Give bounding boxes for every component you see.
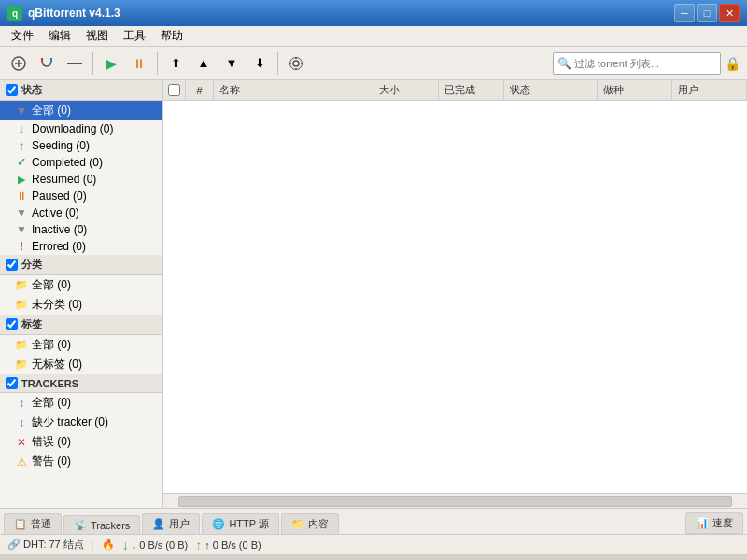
sidebar-item-seeding[interactable]: ↑ Seeding (0) xyxy=(0,137,162,154)
close-button[interactable]: ✕ xyxy=(719,4,740,22)
filter-errored-icon: ! xyxy=(15,240,28,253)
sidebar-item-errored-label: Errored (0) xyxy=(32,240,86,253)
menubar: 文件 编辑 视图 工具 帮助 xyxy=(0,26,747,47)
statusbar: 🔗 DHT: 77 结点 | 🔥 ↓ ↓ 0 B/s (0 B) ↑ ↑ 0 B… xyxy=(0,534,747,554)
window-controls: ─ □ ✕ xyxy=(674,4,740,22)
remove-icon: — xyxy=(67,56,82,71)
sidebar-item-all[interactable]: ▼ 全部 (0) xyxy=(0,101,162,120)
filter-all-icon: ▼ xyxy=(15,105,28,118)
status-section-header: 状态 xyxy=(0,80,162,101)
trackers-section-checkbox[interactable] xyxy=(6,377,18,389)
sidebar-item-tracker-few-label: 缺少 tracker (0) xyxy=(32,414,108,430)
sidebar-item-active[interactable]: ▼ Active (0) xyxy=(0,204,162,221)
add-torrent-button[interactable] xyxy=(6,50,32,77)
col-size-label: 大小 xyxy=(379,83,400,97)
menu-file[interactable]: 文件 xyxy=(4,26,41,46)
tab-trackers[interactable]: 📡 Trackers xyxy=(63,515,140,534)
sidebar-item-paused-label: Paused (0) xyxy=(32,189,87,203)
sidebar-item-tag-none[interactable]: 📁 无标签 (0) xyxy=(0,355,162,374)
cat-none-icon: 📁 xyxy=(15,299,28,312)
bottom-tabs: 📋 普通 📡 Trackers 👤 用户 🌐 HTTP 源 📁 内容 📊 速度 xyxy=(0,508,747,534)
hscrollbar[interactable] xyxy=(178,496,732,507)
category-section-checkbox[interactable] xyxy=(6,259,18,271)
col-header-status[interactable]: 状态 xyxy=(504,80,598,100)
maximize-button[interactable]: □ xyxy=(697,4,717,22)
sidebar-item-tracker-warn[interactable]: ⚠ 警告 (0) xyxy=(0,452,162,471)
tab-content[interactable]: 📁 内容 xyxy=(281,513,339,534)
sidebar-item-completed-label: Completed (0) xyxy=(32,156,103,169)
status-section-checkbox[interactable] xyxy=(6,84,18,96)
remove-button[interactable]: — xyxy=(62,50,88,77)
tab-general[interactable]: 📋 普通 xyxy=(4,513,62,534)
flame-status: 🔥 xyxy=(102,539,115,551)
toolbar-separator-2 xyxy=(157,52,158,75)
move-up-button[interactable]: ▲ xyxy=(190,50,217,77)
svg-point-6 xyxy=(290,57,303,69)
resume-button[interactable]: ▶ xyxy=(98,50,124,77)
search-input[interactable] xyxy=(574,58,714,69)
sidebar-item-paused[interactable]: ⏸ Paused (0) xyxy=(0,188,162,204)
settings-button[interactable] xyxy=(283,50,309,77)
lock-icon: 🔒 xyxy=(723,52,741,75)
select-all-checkbox[interactable] xyxy=(168,84,180,96)
tags-section-header: 标签 xyxy=(0,315,162,335)
col-header-user[interactable]: 用户 xyxy=(672,80,747,100)
download-text: ↓ 0 B/s (0 B) xyxy=(132,539,189,551)
menu-view[interactable]: 视图 xyxy=(78,26,116,46)
toolbar-separator-3 xyxy=(277,52,278,75)
col-header-size[interactable]: 大小 xyxy=(374,80,439,100)
magnet-icon xyxy=(39,56,54,71)
col-user-label: 用户 xyxy=(678,83,698,97)
status-section-label: 状态 xyxy=(21,83,42,97)
sidebar-item-tracker-warn-label: 警告 (0) xyxy=(32,454,71,469)
sidebar-item-tracker-error[interactable]: ✕ 错误 (0) xyxy=(0,432,162,452)
tab-http-icon: 🌐 xyxy=(212,518,225,530)
col-header-name[interactable]: 名称 xyxy=(214,80,374,100)
col-header-seeds[interactable]: 做种 xyxy=(598,80,672,100)
cat-all-icon: 📁 xyxy=(15,279,28,292)
tab-peers[interactable]: 👤 用户 xyxy=(142,513,200,534)
move-bottom-icon: ⬇ xyxy=(255,56,265,70)
sidebar-item-resumed-label: Resumed (0) xyxy=(32,173,96,186)
sidebar-item-tag-all[interactable]: 📁 全部 (0) xyxy=(0,335,162,355)
tab-trackers-label: Trackers xyxy=(91,520,130,531)
menu-help[interactable]: 帮助 xyxy=(153,26,190,46)
col-header-done[interactable]: 已完成 xyxy=(439,80,504,100)
sidebar: 状态 ▼ 全部 (0) ↓ Downloading (0) ↑ Seeding … xyxy=(0,80,163,508)
sidebar-item-tracker-all[interactable]: ↕ 全部 (0) xyxy=(0,393,162,413)
col-seeds-label: 做种 xyxy=(603,83,624,97)
filter-active-icon: ▼ xyxy=(15,206,28,219)
add-magnet-button[interactable] xyxy=(34,50,60,77)
sidebar-item-inactive[interactable]: ▼ Inactive (0) xyxy=(0,221,162,238)
statusbar-separator: | xyxy=(92,539,94,551)
tab-general-label: 普通 xyxy=(31,517,51,531)
titlebar: q qBittorrent v4.1.3 ─ □ ✕ xyxy=(0,0,747,26)
sidebar-item-all-label: 全部 (0) xyxy=(32,103,71,119)
minimize-button[interactable]: ─ xyxy=(674,4,695,22)
move-down-icon: ▼ xyxy=(226,56,238,70)
trackers-section-header: TRACKERS xyxy=(0,374,162,393)
tag-all-icon: 📁 xyxy=(15,339,28,352)
sidebar-item-errored[interactable]: ! Errored (0) xyxy=(0,238,162,255)
menu-tools[interactable]: 工具 xyxy=(116,26,153,46)
move-top-button[interactable]: ⬆ xyxy=(162,50,189,77)
sidebar-item-cat-none[interactable]: 📁 未分类 (0) xyxy=(0,295,162,315)
filter-paused-icon: ⏸ xyxy=(15,189,28,203)
sidebar-item-cat-none-label: 未分类 (0) xyxy=(32,297,82,313)
menu-edit[interactable]: 编辑 xyxy=(41,26,78,46)
sidebar-item-completed[interactable]: ✓ Completed (0) xyxy=(0,154,162,171)
speed-button[interactable]: 📊 速度 xyxy=(685,512,743,534)
col-header-check[interactable] xyxy=(163,80,186,100)
sidebar-item-resumed[interactable]: ▶ Resumed (0) xyxy=(0,171,162,188)
col-header-num[interactable]: # xyxy=(186,80,214,100)
sidebar-item-tracker-few[interactable]: ↕ 缺少 tracker (0) xyxy=(0,413,162,432)
move-down-button[interactable]: ▼ xyxy=(218,50,245,77)
pause-button[interactable]: ⏸ xyxy=(126,50,152,77)
tags-section-checkbox[interactable] xyxy=(6,318,18,330)
sidebar-item-downloading[interactable]: ↓ Downloading (0) xyxy=(0,120,162,137)
app-icon: q xyxy=(7,6,22,21)
dht-text: DHT: 77 结点 xyxy=(23,538,84,552)
sidebar-item-cat-all[interactable]: 📁 全部 (0) xyxy=(0,275,162,295)
tab-http[interactable]: 🌐 HTTP 源 xyxy=(202,513,279,534)
move-bottom-button[interactable]: ⬇ xyxy=(247,50,273,77)
